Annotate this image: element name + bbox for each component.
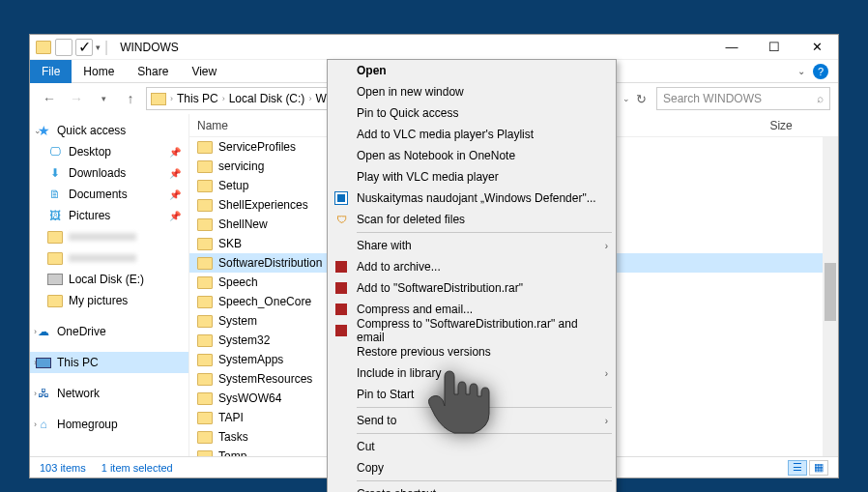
menu-separator <box>357 480 612 481</box>
folder-icon <box>197 392 213 405</box>
scrollbar[interactable] <box>823 137 838 456</box>
forward-button[interactable]: → <box>65 87 88 110</box>
menu-open[interactable]: Open <box>328 60 616 81</box>
sidebar-network[interactable]: › 🖧 Network <box>30 383 188 404</box>
view-details-button[interactable]: ☰ <box>788 460 807 476</box>
qat-dropdown-icon[interactable]: ▾ <box>96 43 101 52</box>
sidebar-item-documents[interactable]: 🗎 Documents 📌 <box>30 184 188 205</box>
onedrive-icon: ☁ <box>36 324 51 339</box>
menu-open-new-window[interactable]: Open in new window <box>328 81 616 102</box>
menu-open-onenote[interactable]: Open as Notebook in OneNote <box>328 145 616 166</box>
close-button[interactable]: ✕ <box>796 35 838 60</box>
file-name: ServiceProfiles <box>218 140 296 154</box>
menu-add-rar[interactable]: Add to "SoftwareDistribution.rar" <box>328 277 616 299</box>
sidebar-quick-access[interactable]: ⌄ ★ Quick access <box>30 120 188 141</box>
qat-new-folder-button[interactable]: ✓ <box>75 39 93 56</box>
view-large-icons-button[interactable]: ▦ <box>809 460 828 476</box>
scrollbar-thumb[interactable] <box>825 263 836 321</box>
menu-copy[interactable]: Copy <box>328 457 616 478</box>
submenu-arrow-icon: › <box>605 368 608 379</box>
menu-cut[interactable]: Cut <box>328 436 616 457</box>
crumb-this-pc[interactable]: This PC <box>177 92 218 105</box>
search-input[interactable]: Search WINDOWS ⌕ <box>656 87 830 110</box>
menu-separator <box>357 232 612 233</box>
quick-access-toolbar: ✓ ▾ <box>55 39 101 56</box>
folder-icon <box>197 450 213 457</box>
folder-icon <box>197 373 213 386</box>
sidebar-item-downloads[interactable]: ⬇ Downloads 📌 <box>30 162 188 184</box>
menu-share-with[interactable]: Share with› <box>328 235 616 256</box>
folder-icon <box>47 293 63 308</box>
sidebar-onedrive[interactable]: › ☁ OneDrive <box>30 321 188 342</box>
sidebar-item-local-disk-e[interactable]: Local Disk (E:) <box>30 269 188 290</box>
qat-properties-button[interactable] <box>55 39 72 56</box>
tab-share[interactable]: Share <box>126 60 180 83</box>
folder-icon <box>151 93 166 105</box>
sidebar-item-blurred[interactable] <box>30 226 188 247</box>
context-menu: Open Open in new window Pin to Quick acc… <box>327 59 617 492</box>
tab-home[interactable]: Home <box>72 60 126 83</box>
sidebar-item-my-pictures[interactable]: My pictures <box>30 290 188 311</box>
file-name: ShellExperiences <box>218 198 308 212</box>
tab-view[interactable]: View <box>180 60 228 83</box>
sidebar-item-blurred[interactable] <box>30 247 188 269</box>
submenu-arrow-icon: › <box>605 241 608 251</box>
menu-windows-defender[interactable]: Nuskaitymas naudojant „Windows Defender"… <box>328 188 616 209</box>
menu-create-shortcut[interactable]: Create shortcut <box>328 483 616 492</box>
help-icon[interactable]: ? <box>813 64 828 79</box>
sidebar-item-desktop[interactable]: 🖵 Desktop 📌 <box>30 141 188 162</box>
column-size[interactable]: Size <box>762 119 838 132</box>
defender-icon <box>333 190 349 206</box>
back-button[interactable]: ← <box>38 87 61 110</box>
documents-icon: 🗎 <box>47 187 63 202</box>
archive-icon <box>333 280 349 296</box>
folder-icon <box>197 431 213 444</box>
refresh-icon[interactable]: ↻ <box>636 92 647 106</box>
folder-icon <box>197 296 213 308</box>
pin-icon: 📌 <box>169 168 181 179</box>
pin-icon: 📌 <box>169 211 181 221</box>
ribbon-expand-icon[interactable]: ⌄ <box>797 66 805 76</box>
navigation-pane: ⌄ ★ Quick access 🖵 Desktop 📌 ⬇ Downloads… <box>30 114 189 456</box>
crumb-drive[interactable]: Local Disk (C:) <box>229 92 305 105</box>
menu-pin-quick-access[interactable]: Pin to Quick access <box>328 102 616 124</box>
folder-icon <box>197 412 213 424</box>
menu-separator <box>357 433 612 434</box>
file-name: SystemResources <box>218 372 312 386</box>
menu-play-vlc[interactable]: Play with VLC media player <box>328 166 616 188</box>
menu-restore-versions[interactable]: Restore previous versions <box>328 341 616 362</box>
folder-icon <box>47 250 63 266</box>
menu-include-library[interactable]: Include in library› <box>328 362 616 384</box>
menu-pin-start[interactable]: Pin to Start <box>328 384 616 405</box>
recent-dropdown[interactable]: ▾ <box>92 87 115 110</box>
file-name: Temp <box>218 449 246 456</box>
archive-icon <box>333 259 349 275</box>
submenu-arrow-icon: › <box>605 416 608 426</box>
minimize-button[interactable]: — <box>710 35 753 60</box>
menu-add-vlc-playlist[interactable]: Add to VLC media player's Playlist <box>328 124 616 145</box>
menu-send-to[interactable]: Send to› <box>328 410 616 431</box>
address-dropdown-icon[interactable]: ⌄ <box>622 94 630 103</box>
downloads-icon: ⬇ <box>47 165 63 181</box>
menu-compress-rar-email[interactable]: Compress to "SoftwareDistribution.rar" a… <box>328 320 616 341</box>
file-name: Speech <box>218 275 258 289</box>
search-icon: ⌕ <box>817 92 824 105</box>
file-name: System32 <box>218 333 270 347</box>
desktop-icon: 🖵 <box>47 144 63 159</box>
tab-file[interactable]: File <box>30 60 72 83</box>
sidebar-this-pc[interactable]: › This PC <box>30 352 188 373</box>
menu-scan-deleted[interactable]: 🛡Scan for deleted files <box>328 209 616 230</box>
status-selected-count: 1 item selected <box>101 462 173 474</box>
archive-icon <box>333 302 349 317</box>
pin-icon: 📌 <box>169 147 181 158</box>
maximize-button[interactable]: ☐ <box>753 35 796 60</box>
file-name: ShellNew <box>218 217 268 231</box>
sidebar-homegroup[interactable]: › ⌂ Homegroup <box>30 414 188 435</box>
file-name: TAPI <box>218 411 244 424</box>
sidebar-item-pictures[interactable]: 🖼 Pictures 📌 <box>30 205 188 226</box>
window-title: WINDOWS <box>120 41 179 54</box>
folder-icon <box>197 315 213 328</box>
menu-add-archive[interactable]: Add to archive... <box>328 256 616 277</box>
file-name: SysWOW64 <box>218 391 281 405</box>
up-button[interactable]: ↑ <box>119 87 142 110</box>
